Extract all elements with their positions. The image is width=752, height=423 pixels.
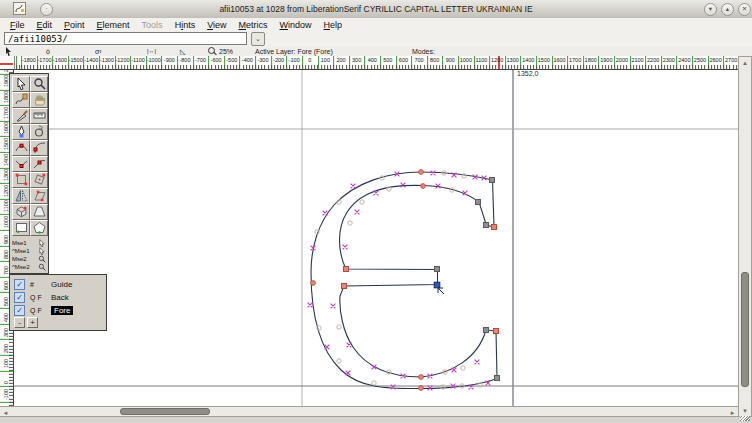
- hruler-label: -600: [211, 57, 222, 63]
- menu-metrics[interactable]: Metrics: [233, 20, 274, 30]
- perspective-tool[interactable]: [30, 204, 48, 220]
- hscroll-thumb[interactable]: [120, 408, 210, 415]
- mouse-binding-mse2: Mse2: [12, 255, 46, 263]
- vruler-label: -100: [3, 389, 9, 400]
- hruler-label: 2200: [647, 57, 659, 63]
- hruler-label: 100: [321, 57, 330, 63]
- close-button[interactable]: ✕: [738, 3, 751, 16]
- hruler-label: -1400: [84, 57, 98, 63]
- ruler-tool[interactable]: [30, 108, 48, 124]
- freehand-tool[interactable]: [12, 92, 30, 108]
- scale-icon: [15, 173, 28, 186]
- glyph-name-input[interactable]: [4, 32, 247, 45]
- mouse-binding-ctrl-mse1: ^Mse1: [12, 247, 46, 255]
- menu-hints[interactable]: Hints: [169, 20, 202, 30]
- point-icon: ò: [46, 47, 50, 56]
- menu-edit[interactable]: Edit: [31, 20, 59, 30]
- hruler-label: 1600: [553, 57, 565, 63]
- hruler-label: 1100: [476, 57, 488, 63]
- hruler-label: 0: [308, 57, 311, 63]
- pen-tool[interactable]: [12, 124, 30, 140]
- vertical-scrollbar[interactable]: ▴ ▾: [738, 56, 752, 417]
- ruler-icon: [33, 109, 46, 122]
- hruler-label: 400: [368, 57, 377, 63]
- curve-point-icon: [15, 141, 28, 154]
- layer-name-fore[interactable]: Fore: [51, 306, 73, 315]
- hvcurve-point-icon: [33, 141, 46, 154]
- magnify-icon: [38, 263, 46, 271]
- hruler-label: -1600: [53, 57, 67, 63]
- hruler-label: 2300: [663, 57, 675, 63]
- flip-tool[interactable]: [12, 188, 30, 204]
- corner-point-tool[interactable]: [12, 156, 30, 172]
- glyph-dropdown-button[interactable]: ⌄: [251, 32, 265, 46]
- rotate3d-tool[interactable]: [12, 204, 30, 220]
- hruler-label: 800: [430, 57, 439, 63]
- magnify-icon: [38, 255, 46, 263]
- layer-row-fore: ✓Q FFore: [14, 304, 73, 316]
- menu-file[interactable]: File: [4, 20, 31, 30]
- horizontal-scrollbar[interactable]: ◂ ▸: [0, 406, 738, 417]
- rect-icon: [15, 221, 28, 234]
- tangent-point-tool[interactable]: [30, 156, 48, 172]
- scroll-icon: [33, 93, 46, 106]
- rotate-tool[interactable]: [30, 172, 48, 188]
- menu-view[interactable]: View: [201, 20, 232, 30]
- angle-icon: ◺: [180, 47, 185, 56]
- polygon-icon: [33, 221, 46, 234]
- hruler-label: 2600: [709, 57, 721, 63]
- polygon-tool[interactable]: [30, 220, 48, 236]
- add-layer-button[interactable]: +: [27, 317, 38, 328]
- hruler-label: 2700: [725, 57, 737, 63]
- menu-tools[interactable]: Tools: [136, 20, 169, 30]
- hruler-label: 2000: [616, 57, 628, 63]
- layer-type-label: Q F: [30, 294, 46, 301]
- scroll-tool[interactable]: [30, 92, 48, 108]
- layer-name-back[interactable]: Back: [51, 293, 69, 302]
- layer-visible-checkbox[interactable]: ✓: [14, 279, 25, 290]
- remove-layer-button[interactable]: -: [14, 317, 25, 328]
- pointer-icon: [38, 247, 46, 255]
- mouse-binding-label: Mse2: [12, 256, 27, 262]
- menu-help[interactable]: Help: [318, 20, 349, 30]
- scroll-up-arrow[interactable]: ▴: [740, 58, 750, 67]
- hruler-label: -1100: [131, 57, 145, 63]
- active-layer-label: Active Layer: Fore (Fore): [255, 47, 333, 56]
- rect-tool[interactable]: [12, 220, 30, 236]
- scroll-down-arrow[interactable]: ▾: [740, 406, 750, 415]
- hruler-label: -400: [242, 57, 253, 63]
- layer-visible-checkbox[interactable]: ✓: [14, 305, 25, 316]
- knife-tool[interactable]: [12, 108, 30, 124]
- glyph-canvas[interactable]: [14, 70, 738, 406]
- scroll-left-arrow[interactable]: ◂: [1, 408, 10, 417]
- spiro-icon: [33, 125, 46, 138]
- hruler-label: 1900: [600, 57, 612, 63]
- hruler-label: -1000: [147, 57, 161, 63]
- resize-grip[interactable]: [740, 416, 750, 421]
- vruler-mouse-marker: [0, 63, 13, 65]
- menu-window[interactable]: Window: [274, 20, 318, 30]
- layer-name-guide[interactable]: Guide: [51, 280, 72, 289]
- layer-visible-checkbox[interactable]: ✓: [14, 292, 25, 303]
- menu-element[interactable]: Element: [91, 20, 136, 30]
- pointer-tool[interactable]: [12, 76, 30, 92]
- spiro-tool[interactable]: [30, 124, 48, 140]
- hruler-label: -1700: [37, 57, 51, 63]
- pen-icon: [15, 125, 28, 138]
- skew-tool[interactable]: [30, 188, 48, 204]
- shade-button[interactable]: ▾: [704, 3, 717, 16]
- hruler-label: 300: [352, 57, 361, 63]
- magnify-tool[interactable]: [30, 76, 48, 92]
- layers-palette: ✓#Guide✓Q FBack✓Q FFore-+: [9, 274, 107, 331]
- maximize-button[interactable]: ▴: [721, 3, 734, 16]
- rotate-icon: [33, 173, 46, 186]
- vscroll-thumb[interactable]: [741, 272, 749, 387]
- curve-point-tool[interactable]: [12, 140, 30, 156]
- scroll-right-arrow[interactable]: ▸: [728, 408, 737, 417]
- menu-point[interactable]: Point: [58, 20, 91, 30]
- window-menu-button[interactable]: ·: [40, 3, 53, 16]
- scale-tool[interactable]: [12, 172, 30, 188]
- hruler-label: 500: [383, 57, 392, 63]
- hvcurve-point-tool[interactable]: [30, 140, 48, 156]
- tool-palette: Mse1^Mse1Mse2^Mse2: [9, 73, 49, 274]
